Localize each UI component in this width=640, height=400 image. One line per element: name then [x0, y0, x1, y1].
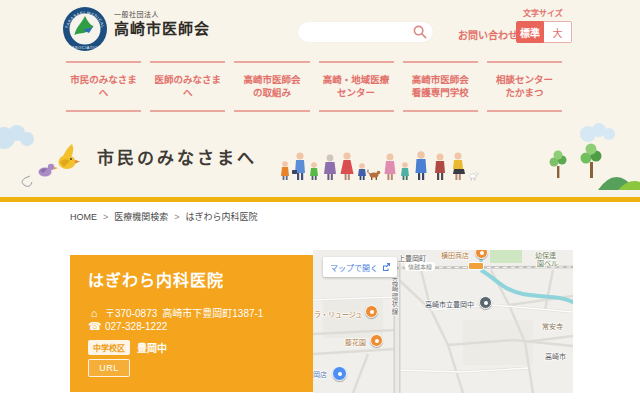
embedded-map[interactable]: マップで開く 上豊岡町 横田商店 信越本線 高崎環状線 幼保連 園ベル 高崎市立…	[313, 250, 573, 393]
nav-item-regional-medical-center[interactable]: 高崎・地域医療センター	[319, 61, 394, 112]
open-in-maps-label: マップで開く	[330, 262, 378, 273]
external-link-icon	[382, 263, 390, 271]
school-district-badge: 中学校区	[88, 340, 130, 355]
site-title: 高崎市医師会	[114, 21, 210, 38]
hero-illustration	[0, 120, 640, 197]
breadcrumb-home-link[interactable]: HOME	[70, 212, 97, 222]
map-label-okaten: 岡店	[313, 369, 327, 379]
purple-bird-icon	[39, 164, 59, 177]
map-marker-okaten[interactable]	[332, 366, 347, 381]
clinic-info-card: はぎわら内科医院 ⌂ 〒370-0873 高崎市下豊岡町1387-1 ☎ 027…	[70, 255, 313, 392]
clinic-address-row: ⌂ 〒370-0873 高崎市下豊岡町1387-1	[88, 305, 263, 320]
main-navigation: 市民のみなさまへ 医師のみなさまへ 高崎市医師会の取組み 高崎・地域医療センター…	[66, 61, 562, 112]
open-in-maps-button[interactable]: マップで開く	[323, 257, 397, 277]
breadcrumb-separator: >	[174, 212, 179, 222]
main-content: HOME>医療機関検索>はぎわら内科医院 はぎわら内科医院 ⌂ 〒370-087…	[0, 202, 640, 400]
contact-link[interactable]: お問い合わせ	[458, 27, 518, 42]
map-label-school: 高崎市立豊岡中	[425, 299, 474, 309]
clinic-postal-code: 〒370-0873	[105, 305, 157, 320]
medical-association-logo-icon: TAKASAKI MEDICAL ASSOCIATION	[62, 6, 108, 52]
map-marker-tokaen[interactable]	[370, 334, 383, 347]
clinic-address: 高崎市下豊岡町1387-1	[162, 305, 263, 320]
hero-banner: 市民のみなさまへ	[0, 120, 640, 197]
people-illustration	[281, 151, 478, 180]
map-label-road: 高崎環状線	[389, 278, 399, 316]
map-label-railway: 信越本線	[405, 262, 435, 271]
nav-item-consultation-center[interactable]: 相談センターたかまつ	[487, 61, 562, 112]
map-label-la-rouge: ラ・リュージュ	[314, 309, 362, 319]
page-title: 市民のみなさまへ	[97, 144, 257, 169]
logo-ring-text-bottom: ASSOCIATION	[69, 46, 101, 50]
nav-label: 医師のみなさまへ	[150, 74, 225, 100]
map-label-tokaen: 藤花園	[345, 337, 366, 347]
breadcrumb-search-link[interactable]: 医療機関検索	[114, 212, 168, 222]
nav-item-nursing-school[interactable]: 高崎市医師会看護専門学校	[403, 61, 478, 112]
font-size-standard-button[interactable]: 標準	[516, 21, 544, 43]
map-marker-school[interactable]	[479, 296, 492, 309]
nav-label: の取組み	[253, 87, 291, 100]
phone-icon: ☎	[88, 320, 100, 333]
tree-icon	[581, 144, 602, 179]
nav-label: 相談センター	[496, 74, 553, 87]
clinic-name: はぎわら内科医院	[88, 267, 224, 291]
school-district-row: 中学校区 豊岡中	[88, 340, 167, 355]
swirl-doodle	[22, 176, 32, 186]
breadcrumb-separator: >	[103, 212, 108, 222]
font-size-label: 文字サイズ	[514, 7, 572, 18]
nav-item-citizens[interactable]: 市民のみなさまへ	[66, 61, 141, 112]
nav-item-initiatives[interactable]: 高崎市医師会の取組み	[234, 61, 309, 112]
map-label-yokota-shoten: 横田商店	[441, 250, 469, 260]
home-icon: ⌂	[88, 307, 100, 319]
school-district-value: 豊岡中	[137, 340, 167, 355]
nav-item-doctors[interactable]: 医師のみなさまへ	[150, 61, 225, 112]
nav-label: 高崎市医師会	[412, 74, 469, 87]
nav-label: センター	[337, 87, 375, 100]
tree-icon	[550, 151, 567, 179]
nav-label: たかまつ	[505, 87, 543, 100]
map-label-takasaki-city: 高崎市	[545, 351, 566, 361]
search-icon[interactable]	[412, 25, 428, 41]
nav-label: 高崎・地域医療	[323, 74, 390, 87]
yellow-bird-icon	[59, 144, 81, 169]
org-type-label: 一般社団法人	[114, 11, 210, 19]
nav-label: 市民のみなさまへ	[66, 74, 141, 100]
site-identity: 一般社団法人 高崎市医師会	[114, 11, 210, 37]
map-marker-la-rouge[interactable]	[365, 305, 378, 318]
nav-label: 看護専門学校	[412, 87, 469, 100]
breadcrumb: HOME>医療機関検索>はぎわら内科医院	[70, 210, 258, 223]
breadcrumb-current: はぎわら内科医院	[186, 212, 258, 222]
map-label-kindergarten-line2: 園ベル	[537, 258, 558, 268]
nav-label: 高崎市医師会	[243, 74, 300, 87]
clinic-phone-number: 027-328-1222	[105, 321, 167, 332]
clinic-phone-row: ☎ 027-328-1222	[88, 320, 167, 333]
map-bus-stop-marker[interactable]	[468, 262, 484, 270]
map-label-joanji: 常安寺	[542, 321, 563, 331]
font-size-large-button[interactable]: 大	[544, 21, 572, 43]
clinic-url-button[interactable]: URL	[88, 359, 130, 377]
font-size-switcher: 標準 大	[516, 21, 572, 43]
